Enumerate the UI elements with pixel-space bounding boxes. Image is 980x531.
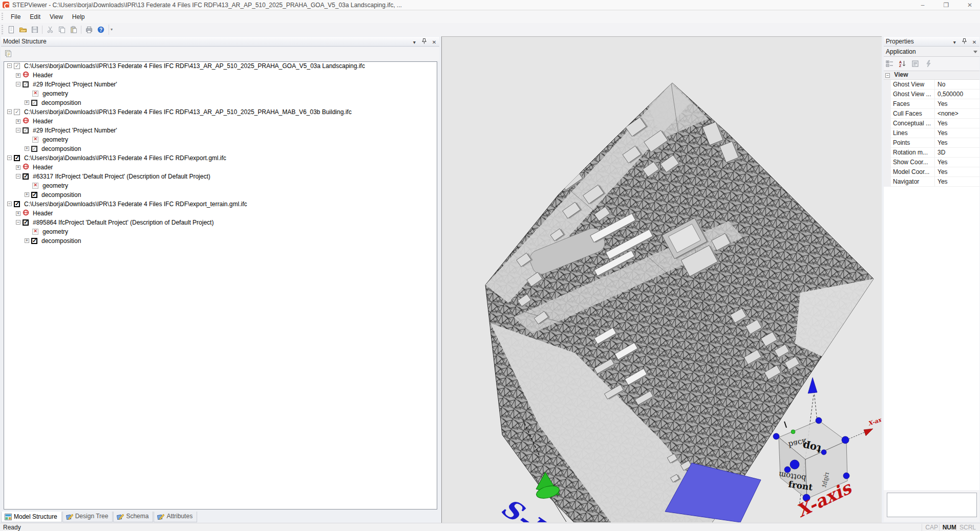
tree-row[interactable]: +Header xyxy=(4,117,437,126)
collapse-icon[interactable]: − xyxy=(7,109,12,114)
tree-file-row[interactable]: −C:\Users\borja\Downloads\IPR\13 Federat… xyxy=(4,200,437,209)
print-icon[interactable] xyxy=(83,24,95,35)
tree-checkbox[interactable] xyxy=(23,219,29,226)
save-icon[interactable] xyxy=(29,24,40,35)
paste-icon[interactable] xyxy=(68,24,79,35)
tree-item-label[interactable]: decomposition xyxy=(40,99,82,106)
property-row[interactable]: Rotation m...3D xyxy=(884,148,979,158)
tree-row[interactable]: geometry xyxy=(4,90,437,99)
toolbar-overflow-icon[interactable]: ▾ xyxy=(109,25,114,35)
tree-file-row[interactable]: −C:\Users\borja\Downloads\IPR\13 Federat… xyxy=(4,108,437,117)
tree-item-label[interactable]: geometry xyxy=(41,182,69,189)
property-value[interactable]: Yes xyxy=(935,138,948,146)
open-file-icon[interactable] xyxy=(17,24,29,35)
tree-checkbox[interactable] xyxy=(23,127,29,134)
tree-checkbox[interactable] xyxy=(31,146,37,152)
cube-corner-handle[interactable] xyxy=(821,450,826,455)
close-button[interactable]: ✕ xyxy=(960,0,980,10)
tree-item-label[interactable]: C:\Users\borja\Downloads\IPR\13 Federate… xyxy=(23,154,227,162)
property-group-view[interactable]: − View xyxy=(884,71,979,80)
tree-checkbox[interactable] xyxy=(14,63,20,69)
alphabetical-sort-icon[interactable]: AZ xyxy=(897,58,907,69)
tab-model-structure[interactable]: Model Structure xyxy=(1,512,62,522)
menu-edit[interactable]: Edit xyxy=(25,11,45,23)
tree-item-label[interactable]: #895864 IfcProject 'Default Project' (De… xyxy=(32,219,215,226)
tab-attributes[interactable]: Attributes xyxy=(154,512,197,522)
tree-item-label[interactable]: #63317 IfcProject 'Default Project' (Des… xyxy=(32,173,211,180)
tab-schema[interactable]: Schema xyxy=(113,512,153,522)
maximize-button[interactable]: ❐ xyxy=(936,0,956,10)
tree-row[interactable]: −#29 IfcProject 'Project Number' xyxy=(4,126,437,136)
property-value[interactable]: Yes xyxy=(935,158,948,166)
expand-icon[interactable]: + xyxy=(16,73,20,78)
tree-item-label[interactable]: decomposition xyxy=(40,145,82,152)
tree-item-label[interactable]: #29 IfcProject 'Project Number' xyxy=(32,81,118,88)
expand-icon[interactable]: + xyxy=(25,146,29,151)
copy-icon[interactable] xyxy=(56,24,68,35)
tree-item-label[interactable]: geometry xyxy=(41,90,69,97)
tree-checkbox[interactable] xyxy=(14,201,20,207)
tree-row[interactable]: +Header xyxy=(4,209,437,218)
tree-item-label[interactable]: C:\Users\borja\Downloads\IPR\13 Federate… xyxy=(23,201,248,208)
cube-corner-handle[interactable] xyxy=(790,460,799,469)
property-row[interactable]: FacesYes xyxy=(884,99,979,109)
close-icon[interactable]: ✕ xyxy=(970,39,978,45)
tree-item-label[interactable]: C:\Users\borja\Downloads\IPR\13 Federate… xyxy=(23,62,366,70)
menu-help[interactable]: Help xyxy=(68,11,90,23)
tree-checkbox[interactable] xyxy=(31,192,37,198)
property-value[interactable]: Yes xyxy=(935,177,948,185)
property-row[interactable]: Model Coor...Yes xyxy=(884,167,979,177)
property-row[interactable]: PointsYes xyxy=(884,138,979,148)
collapse-icon[interactable]: − xyxy=(16,174,20,179)
tree-checkbox[interactable] xyxy=(31,100,37,106)
expand-icon[interactable]: + xyxy=(16,211,20,216)
property-value[interactable]: Yes xyxy=(935,119,948,127)
excluded-checkbox[interactable] xyxy=(32,183,38,189)
cube-corner-handle[interactable] xyxy=(773,433,779,439)
tree-checkbox[interactable] xyxy=(23,173,29,180)
advanced-icon[interactable] xyxy=(923,58,933,69)
tree-row[interactable]: +decomposition xyxy=(4,191,437,200)
tree-item-label[interactable]: Header xyxy=(32,118,54,125)
tree-item-label[interactable]: decomposition xyxy=(40,191,82,198)
property-row[interactable]: Ghost View ...0,500000 xyxy=(884,90,979,99)
tree-item-label[interactable]: Header xyxy=(32,164,54,171)
excluded-checkbox[interactable] xyxy=(32,137,38,143)
property-value[interactable]: 0,500000 xyxy=(935,90,963,98)
tree-item-label[interactable]: geometry xyxy=(41,136,69,143)
about-icon[interactable]: ? xyxy=(95,24,106,35)
property-row[interactable]: Show Coor...Yes xyxy=(884,158,979,167)
property-row[interactable]: Cull Faces<none> xyxy=(884,109,979,119)
cube-corner-handle[interactable] xyxy=(842,436,849,444)
tree-item-label[interactable]: geometry xyxy=(41,228,69,235)
minimize-button[interactable]: – xyxy=(912,0,933,10)
collapse-icon[interactable]: − xyxy=(7,202,12,206)
property-row[interactable]: NavigatorYes xyxy=(884,177,979,187)
tree-row[interactable]: −#63317 IfcProject 'Default Project' (De… xyxy=(4,172,437,182)
tree-item-label[interactable]: decomposition xyxy=(40,237,82,245)
tree-file-row[interactable]: −C:\Users\borja\Downloads\IPR\13 Federat… xyxy=(4,154,437,163)
property-value[interactable]: 3D xyxy=(935,148,945,156)
tab-design-tree[interactable]: Design Tree xyxy=(62,512,113,522)
pin-icon[interactable] xyxy=(961,38,969,45)
tree-item-label[interactable]: Header xyxy=(32,210,54,217)
collapse-icon[interactable]: − xyxy=(16,128,20,132)
property-value[interactable]: Yes xyxy=(935,128,948,137)
tree-checkbox[interactable] xyxy=(14,155,20,161)
tree-checkbox[interactable] xyxy=(31,238,37,244)
tree-file-row[interactable]: −C:\Users\borja\Downloads\IPR\13 Federat… xyxy=(4,62,437,71)
tree-row[interactable]: +decomposition xyxy=(4,145,437,154)
expand-icon[interactable]: + xyxy=(25,100,29,105)
expand-icon[interactable]: + xyxy=(25,238,29,243)
pin-icon[interactable] xyxy=(420,38,429,45)
collapse-icon[interactable]: − xyxy=(7,63,12,68)
tree-item-label[interactable]: C:\Users\borja\Downloads\IPR\13 Federate… xyxy=(23,108,353,116)
collapse-icon[interactable]: − xyxy=(885,73,890,78)
tree-row[interactable]: −#895864 IfcProject 'Default Project' (D… xyxy=(4,218,437,228)
expand-items-icon[interactable] xyxy=(3,48,14,59)
tree-row[interactable]: +decomposition xyxy=(4,99,437,108)
expand-icon[interactable]: + xyxy=(16,165,20,170)
menu-view[interactable]: View xyxy=(45,11,68,23)
close-icon[interactable]: ✕ xyxy=(430,39,438,45)
model-structure-tree[interactable]: −C:\Users\borja\Downloads\IPR\13 Federat… xyxy=(4,61,437,510)
